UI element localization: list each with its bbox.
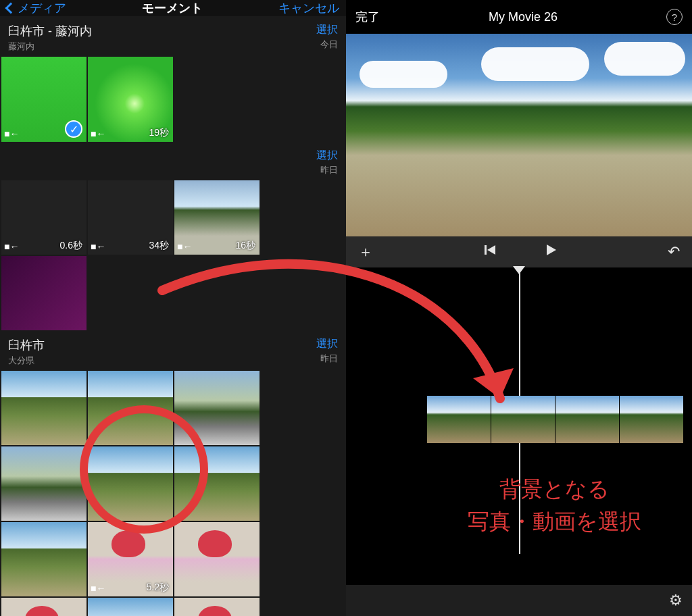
video-icon: ■← [91, 583, 105, 594]
timeline-clip[interactable] [491, 396, 555, 443]
playback-controls: ＋ ↶ [346, 236, 692, 267]
section-header: 臼杵市 - 藤河内 藤河内 選択 今日 [0, 16, 346, 57]
timeline[interactable] [346, 267, 692, 585]
add-media-button[interactable]: ＋ [358, 242, 373, 262]
select-button[interactable]: 選択 [316, 23, 338, 37]
play-button[interactable] [544, 243, 558, 261]
video-icon: ■← [177, 241, 192, 252]
video-icon: ■← [91, 241, 105, 252]
svg-rect-0 [485, 245, 487, 255]
done-button[interactable]: 完了 [355, 9, 380, 25]
media-thumb[interactable] [1, 598, 86, 616]
video-icon: ■← [91, 128, 105, 139]
help-button[interactable]: ? [666, 9, 683, 25]
select-button[interactable]: 選択 [316, 149, 338, 163]
media-thumb[interactable] [88, 446, 173, 521]
skip-back-icon [483, 243, 497, 257]
select-sub: 昨日 [316, 164, 338, 176]
right-footer: ⚙ [346, 585, 692, 616]
video-icon: ■← [4, 128, 19, 139]
media-thumb[interactable] [1, 256, 86, 330]
media-thumb[interactable] [174, 371, 260, 445]
editor-panel: 完了 My Movie 26 ? ＋ ↶ [346, 0, 692, 616]
chevron-left-icon [5, 3, 17, 14]
media-thumb[interactable] [174, 522, 260, 596]
media-thumb[interactable]: ■← 0.6秒 [1, 180, 86, 255]
help-icon: ? [672, 11, 677, 23]
play-icon [544, 243, 558, 257]
cancel-button[interactable]: キャンセル [278, 0, 339, 16]
media-thumb[interactable] [88, 598, 173, 616]
preview-decoration [481, 47, 589, 81]
media-thumb[interactable] [88, 371, 173, 445]
media-thumb[interactable] [1, 446, 86, 521]
left-header: メディア モーメント キャンセル [0, 0, 346, 16]
svg-marker-1 [487, 245, 495, 255]
video-preview[interactable] [346, 34, 692, 236]
thumb-grid: ■← 5.2秒 [0, 371, 346, 616]
select-sub: 今日 [316, 38, 338, 51]
section-subtitle: 大分県 [8, 355, 45, 367]
section-header: 臼杵市 大分県 選択 昨日 [0, 330, 346, 371]
undo-button[interactable]: ↶ [668, 243, 680, 261]
selected-check-icon: ✓ [65, 120, 82, 138]
media-thumb[interactable] [1, 371, 86, 445]
back-label: メディア [18, 0, 66, 16]
video-icon: ■← [4, 241, 19, 252]
timeline-clip[interactable] [555, 396, 620, 443]
settings-button[interactable]: ⚙ [669, 592, 683, 609]
thumb-grid: ■← 0.6秒 ■← 34秒 ■← 16秒 [0, 180, 346, 330]
thumb-duration: 19秒 [149, 127, 169, 139]
timeline-clip[interactable] [620, 396, 684, 443]
clip-strip[interactable] [427, 396, 684, 443]
timeline-clip[interactable] [427, 396, 491, 443]
preview-decoration [604, 42, 685, 76]
select-button[interactable]: 選択 [316, 337, 338, 351]
thumb-duration: 0.6秒 [60, 240, 82, 252]
select-sub: 昨日 [316, 353, 338, 365]
picker-title: モーメント [142, 0, 203, 16]
media-picker-panel: メディア モーメント キャンセル 臼杵市 - 藤河内 藤河内 選択 今日 ■← … [0, 0, 346, 616]
project-title: My Movie 26 [489, 10, 558, 24]
thumb-duration: 34秒 [149, 240, 169, 252]
media-thumb[interactable] [174, 598, 260, 616]
skip-back-button[interactable] [483, 243, 497, 261]
section-title: 臼杵市 [8, 337, 45, 353]
media-thumb[interactable]: ■← 5.2秒 [88, 522, 173, 596]
section-header: 選択 昨日 [0, 142, 346, 180]
media-thumb[interactable]: ■← 16秒 [174, 180, 260, 255]
section-subtitle: 藤河内 [8, 41, 92, 53]
media-thumb[interactable]: ■← 34秒 [88, 180, 173, 255]
media-thumb[interactable]: ■← 19秒 [88, 57, 173, 142]
right-header: 完了 My Movie 26 ? [346, 0, 692, 34]
section-title: 臼杵市 - 藤河内 [8, 23, 92, 39]
gear-icon: ⚙ [669, 592, 683, 609]
thumb-duration: 16秒 [235, 240, 255, 252]
back-button[interactable]: メディア [7, 0, 66, 16]
preview-decoration [360, 61, 447, 88]
thumb-duration: 5.2秒 [147, 582, 169, 594]
media-thumb[interactable] [1, 522, 86, 596]
thumb-grid: ■← ✓ ■← 19秒 [0, 57, 346, 142]
media-thumb[interactable]: ■← ✓ [1, 57, 86, 142]
media-thumb[interactable] [174, 446, 260, 521]
svg-marker-2 [547, 245, 556, 255]
